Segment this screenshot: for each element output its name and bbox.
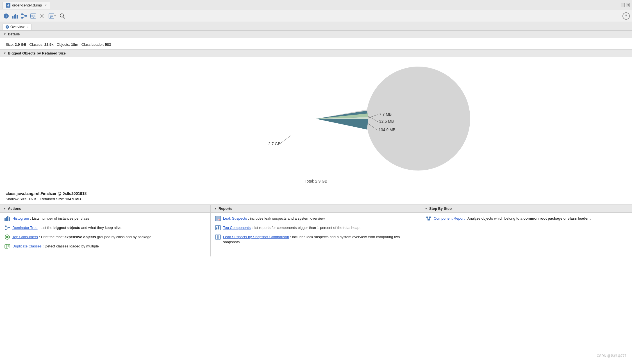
info-toolbar-button[interactable]: i <box>2 12 10 20</box>
leak-suspects-desc: : includes leak suspects and a system ov… <box>248 216 326 220</box>
histogram-action-icon <box>4 216 10 222</box>
biggest-objects-collapse-arrow[interactable]: ▼ <box>3 52 6 55</box>
svg-rect-49 <box>215 235 218 239</box>
overview-tab[interactable]: i Overview × <box>2 24 31 30</box>
component-report-mid: or <box>563 216 568 220</box>
leak-suspects-compare-link[interactable]: Leak Suspects by Snapshot Comparison <box>223 235 289 239</box>
dominator-action-text: Dominator Tree : List the biggest object… <box>12 225 122 230</box>
dominator-bold: biggest objects <box>53 226 80 230</box>
actions-collapse-arrow[interactable]: ▼ <box>3 207 6 210</box>
reports-header: ▼ Reports <box>211 205 421 213</box>
leak-suspects-compare-icon <box>215 235 221 240</box>
top-components-link[interactable]: Top Components <box>223 226 251 230</box>
component-report-prefix: : Analyze objects which belong to a <box>465 216 523 220</box>
selected-class-name: class java.lang.ref.Finalizer @ 0x6c2001… <box>6 191 626 196</box>
duplicate-action-text: Duplicate Classes : Detect classes loade… <box>12 244 99 249</box>
svg-line-57 <box>428 218 429 219</box>
leak-suspects-link[interactable]: Leak Suspects <box>223 216 247 220</box>
top-consumers-prefix: : Print the most <box>39 235 65 239</box>
top-consumers-link[interactable]: Top Consumers <box>12 235 38 239</box>
dominator-suffix: and what they keep alive. <box>81 226 122 230</box>
overview-tab-close[interactable]: × <box>27 25 28 29</box>
oql-toolbar-button[interactable]: OQL <box>29 12 37 20</box>
maximize-button[interactable]: □ <box>626 3 630 7</box>
pie-label-32mb: 32.5 MB <box>379 119 394 124</box>
file-tab-close[interactable]: × <box>45 3 47 7</box>
minimize-button[interactable]: ─ <box>621 3 625 7</box>
details-section-title: Details <box>8 32 20 36</box>
pie-slice-medium[interactable] <box>316 111 368 129</box>
details-collapse-arrow[interactable]: ▼ <box>3 33 6 36</box>
svg-rect-8 <box>21 13 23 15</box>
watermark: CSDN @风轻扬777 <box>597 354 626 358</box>
shallow-size-value: 16 B <box>29 197 36 201</box>
histogram-action-text: Histogram : Lists number of instances pe… <box>12 216 89 221</box>
leak-suspects-compare-action: Leak Suspects by Snapshot Comparison : i… <box>215 235 417 245</box>
duplicate-action-icon <box>4 244 10 250</box>
step-by-step-collapse-arrow[interactable]: ▼ <box>425 207 428 210</box>
svg-rect-47 <box>216 228 217 229</box>
top-consumers-action-text: Top Consumers : Print the most expensive… <box>12 235 153 240</box>
pie-chart-container: 7.7 MB 32.5 MB 134.9 MB 2.7 GB Total: 2.… <box>218 63 414 183</box>
pie-label-134mb: 134.9 MB <box>379 128 395 132</box>
dominator-prefix: : List the <box>38 226 53 230</box>
svg-text:d: d <box>7 4 9 7</box>
histogram-action: Histogram : Lists number of instances pe… <box>4 216 206 222</box>
step-by-step-column: ▼ Step By Step <box>421 205 632 256</box>
histogram-action-desc: : Lists number of instances per class <box>30 216 89 220</box>
dominator-action-icon <box>4 225 10 231</box>
svg-rect-56 <box>428 219 430 220</box>
top-consumers-action: Top Consumers : Print the most expensive… <box>4 235 206 240</box>
dominator-tree-action: Dominator Tree : List the biggest object… <box>4 225 206 231</box>
dominator-tree-link[interactable]: Dominator Tree <box>12 226 38 230</box>
top-components-action: Top Components : list reports for compon… <box>215 225 417 231</box>
duplicate-classes-desc: : Detect classes loaded by multiple <box>43 244 99 248</box>
duplicate-classes-action: Duplicate Classes : Detect classes loade… <box>4 244 206 250</box>
step-by-step-title: Step By Step <box>429 206 452 211</box>
search-toolbar-button[interactable] <box>58 12 66 20</box>
pie-chart-section: 7.7 MB 32.5 MB 134.9 MB 2.7 GB Total: 2.… <box>0 57 632 189</box>
svg-rect-28 <box>9 217 10 221</box>
dominator-tree-toolbar-button[interactable] <box>20 12 28 20</box>
svg-line-32 <box>6 226 8 228</box>
svg-rect-25 <box>4 218 6 221</box>
svg-rect-4 <box>12 16 13 19</box>
file-tab[interactable]: d order-center.dump × <box>2 2 50 9</box>
component-report-bold1: common root package <box>523 216 562 220</box>
histogram-link[interactable]: Histogram <box>12 216 29 220</box>
component-report-bold2: class loader <box>568 216 589 220</box>
svg-rect-27 <box>7 216 8 221</box>
settings-toolbar-button[interactable] <box>38 12 46 20</box>
pie-label-2gb: 2.7 GB <box>268 142 281 146</box>
top-components-icon <box>215 225 221 231</box>
svg-line-33 <box>6 228 8 229</box>
biggest-objects-title: Biggest Objects by Retained Size <box>8 51 66 55</box>
svg-rect-26 <box>6 217 7 221</box>
actions-content: Histogram : Lists number of instances pe… <box>0 213 210 256</box>
size-value: 2.9 GB <box>15 42 26 47</box>
svg-rect-9 <box>21 17 23 19</box>
reports-collapse-arrow[interactable]: ▼ <box>214 207 217 210</box>
pie-total-label: Total: 2.9 GB <box>305 179 328 183</box>
label-line-2gb <box>279 136 291 144</box>
help-button[interactable]: ? <box>622 12 630 20</box>
bottom-grid: ▼ Actions Histogram <box>0 204 632 256</box>
window-controls: ─ □ <box>621 3 630 7</box>
actions-header: ▼ Actions <box>0 205 210 213</box>
reports-column: ▼ Reports ! <box>211 205 421 256</box>
main-content: ▼ Details Size: 2.9 GB Classes: 22.5k Ob… <box>0 30 632 364</box>
svg-line-11 <box>23 14 25 16</box>
svg-rect-30 <box>5 229 6 230</box>
reports-toolbar-button[interactable] <box>47 12 57 20</box>
svg-line-58 <box>429 218 430 219</box>
class-loader-value: 583 <box>105 42 111 47</box>
pie-chart-svg: 7.7 MB 32.5 MB 134.9 MB 2.7 GB <box>218 63 414 175</box>
component-report-suffix: . <box>590 216 591 220</box>
histogram-toolbar-button[interactable] <box>11 12 19 20</box>
step-by-step-header: ▼ Step By Step <box>421 205 632 213</box>
step-by-step-content: Component Report : Analyze objects which… <box>421 213 632 229</box>
leak-suspects-action: ! Leak Suspects : includes leak suspects… <box>215 216 417 222</box>
duplicate-classes-link[interactable]: Duplicate Classes <box>12 244 42 248</box>
component-report-link[interactable]: Component Report <box>434 216 465 220</box>
svg-rect-55 <box>429 217 431 218</box>
